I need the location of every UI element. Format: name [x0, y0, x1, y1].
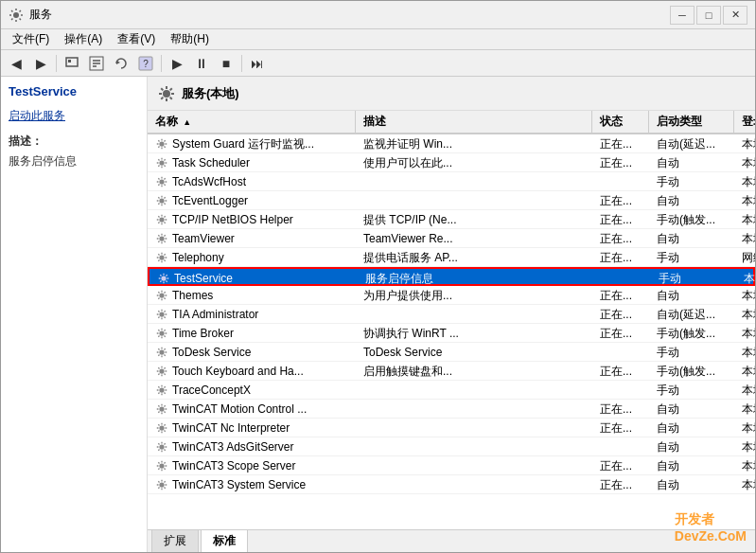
minimize-button[interactable]: ─	[670, 6, 694, 25]
col-name[interactable]: 名称 ▲	[148, 111, 356, 133]
gear-icon	[155, 213, 168, 226]
svg-rect-2	[68, 60, 71, 62]
table-row[interactable]: TcAdsWcfHost手动本地	[148, 172, 755, 191]
cell-startup: 手动(触发...	[649, 210, 734, 229]
cell-name: TcAdsWcfHost	[148, 172, 356, 191]
cell-name: TIA Administrator	[148, 305, 356, 324]
start-service-link[interactable]: 启动此服务	[9, 108, 139, 124]
cell-startup: 自动	[649, 191, 734, 210]
cell-status: 正在...	[592, 134, 649, 153]
cell-name: Time Broker	[148, 324, 356, 343]
close-button[interactable]: ✕	[723, 6, 747, 25]
cell-login: 本地	[734, 229, 755, 248]
table-row[interactable]: System Guard 运行时监视...监视并证明 Win...正在...自动…	[148, 134, 755, 153]
table-row[interactable]: Task Scheduler使用户可以在此...正在...自动本地	[148, 153, 755, 172]
cell-login: 本地	[734, 324, 755, 343]
toolbar: ◀ ▶ ? ▶ ⏸ ■ ⏭	[1, 50, 755, 77]
sort-arrow-name: ▲	[183, 117, 191, 127]
cell-startup: 手动	[649, 172, 734, 191]
service-table[interactable]: 名称 ▲ 描述 状态 启动类型 登录 System Guard 运行时监视...…	[148, 111, 755, 529]
cell-name: System Guard 运行时监视...	[148, 134, 356, 153]
refresh-button[interactable]	[110, 53, 132, 74]
pause-service-button[interactable]: ⏸	[190, 53, 213, 74]
back-button[interactable]: ◀	[5, 53, 27, 74]
table-row[interactable]: ToDesk ServiceToDesk Service手动本地	[148, 343, 755, 362]
svg-point-11	[159, 141, 164, 146]
gear-icon	[155, 440, 168, 454]
up-button[interactable]	[61, 53, 83, 74]
col-desc[interactable]: 描述	[356, 111, 592, 133]
cell-status: 正在...	[592, 305, 649, 324]
restart-service-button[interactable]: ⏭	[246, 53, 269, 74]
panel-services-icon	[157, 84, 176, 103]
start-service-button[interactable]: ▶	[166, 53, 188, 74]
main-window: 服务 ─ □ ✕ 文件(F) 操作(A) 查看(V) 帮助(H) ◀ ▶ ? ▶	[0, 0, 756, 553]
panel-title: 服务(本地)	[182, 85, 239, 102]
cell-desc: 协调执行 WinRT ...	[356, 324, 592, 343]
cell-desc: 为用户提供使用...	[356, 286, 592, 305]
col-startup[interactable]: 启动类型	[649, 111, 734, 133]
title-bar-left: 服务	[9, 7, 52, 23]
maximize-button[interactable]: □	[696, 6, 721, 25]
main-panel: 服务(本地) 名称 ▲ 描述 状态 启动类型 登录 System Guard 运…	[148, 77, 755, 552]
toolbar-separator-2	[161, 55, 162, 72]
properties-button[interactable]	[85, 53, 108, 74]
table-row[interactable]: Telephony提供电话服务 AP...正在...手动网络	[148, 248, 755, 267]
table-row[interactable]: TwinCAT Motion Control ...正在...自动本地	[148, 400, 755, 419]
cell-status: 正在...	[592, 456, 649, 475]
col-status[interactable]: 状态	[592, 111, 649, 133]
cell-startup: 自动	[649, 286, 734, 305]
cell-desc: 启用触摸键盘和...	[356, 362, 592, 381]
cell-startup: 自动	[649, 475, 734, 494]
col-login[interactable]: 登录	[734, 111, 755, 133]
table-row[interactable]: TeamViewerTeamViewer Re...正在...自动本地	[148, 229, 755, 248]
table-row[interactable]: TwinCAT3 System Service正在...自动本地	[148, 475, 755, 494]
help-button[interactable]: ?	[134, 53, 157, 74]
cell-desc: TeamViewer Re...	[356, 229, 592, 248]
menu-help[interactable]: 帮助(H)	[163, 29, 217, 49]
table-row[interactable]: Touch Keyboard and Ha...启用触摸键盘和...正在...手…	[148, 362, 755, 381]
stop-service-button[interactable]: ■	[215, 53, 237, 74]
table-row[interactable]: TraceConceptX手动本地	[148, 381, 755, 400]
cell-name: Task Scheduler	[148, 153, 356, 172]
tab-expand[interactable]: 扩展	[151, 529, 199, 552]
cell-desc: 提供电话服务 AP...	[356, 248, 592, 267]
table-row[interactable]: TcEventLogger正在...自动本地	[148, 191, 755, 210]
bottom-tabs: 扩展 标准	[148, 529, 755, 552]
gear-icon	[155, 459, 168, 473]
table-row[interactable]: TIA Administrator正在...自动(延迟...本地	[148, 305, 755, 324]
cell-status: 正在...	[592, 475, 649, 494]
sidebar-desc-label: 描述：	[9, 134, 139, 150]
table-row[interactable]: TwinCAT3 AdsGitServer自动本地	[148, 437, 755, 456]
cell-name: TestService	[149, 269, 358, 288]
cell-startup: 手动	[649, 343, 734, 362]
svg-point-13	[159, 179, 164, 184]
menu-view[interactable]: 查看(V)	[110, 29, 163, 49]
menu-action[interactable]: 操作(A)	[57, 29, 110, 49]
gear-icon	[155, 232, 168, 245]
menu-file[interactable]: 文件(F)	[5, 29, 57, 49]
svg-point-20	[159, 312, 164, 316]
svg-text:?: ?	[143, 59, 149, 69]
tab-standard[interactable]: 标准	[201, 529, 248, 552]
cell-status: 正在...	[592, 229, 649, 248]
sidebar-desc-text: 服务启停信息	[9, 153, 139, 169]
cell-login: 本地	[734, 305, 755, 324]
cell-status: 正在...	[592, 191, 649, 210]
table-row[interactable]: Themes为用户提供使用...正在...自动本地	[148, 286, 755, 305]
table-row[interactable]: Time Broker协调执行 WinRT ...正在...手动(触发...本地	[148, 324, 755, 343]
cell-startup: 自动(延迟...	[649, 134, 734, 153]
svg-point-16	[159, 236, 164, 241]
toolbar-separator-1	[56, 55, 57, 72]
svg-point-29	[159, 482, 164, 487]
cell-desc	[356, 400, 592, 419]
svg-point-0	[13, 12, 19, 18]
forward-button[interactable]: ▶	[29, 53, 52, 74]
table-row[interactable]: TwinCAT3 Scope Server正在...自动本地	[148, 456, 755, 475]
table-row[interactable]: TwinCAT Nc Interpreter正在...自动本地	[148, 419, 755, 437]
table-row[interactable]: TestService服务启停信息手动本地	[148, 267, 755, 286]
cell-name: TraceConceptX	[148, 381, 356, 400]
table-row[interactable]: TCP/IP NetBIOS Helper提供 TCP/IP (Ne...正在.…	[148, 210, 755, 229]
cell-login: 本地	[734, 286, 755, 305]
cell-startup: 手动	[651, 269, 736, 288]
